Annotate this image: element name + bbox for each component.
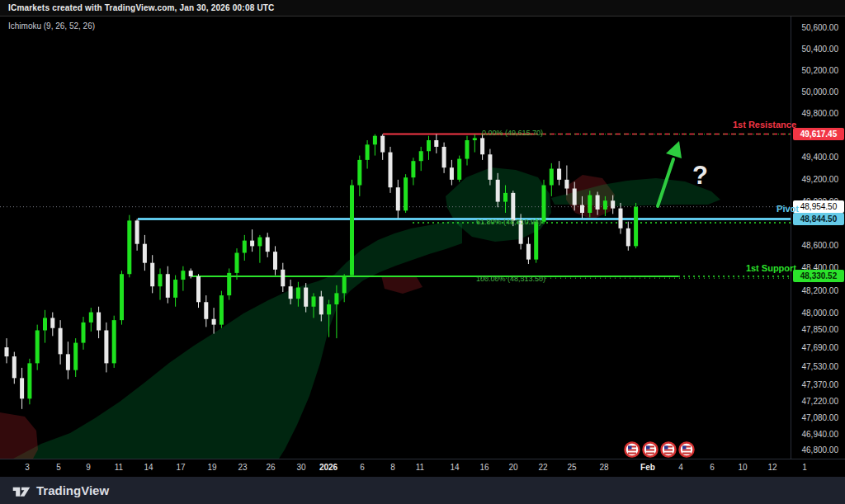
trend-arrow-head[interactable] bbox=[666, 141, 682, 158]
flag-canton bbox=[628, 446, 632, 450]
candle-body bbox=[526, 244, 531, 260]
fib-100-label[interactable]: 100.00% (48,313.50) bbox=[476, 275, 545, 283]
price-axis[interactable]: 49,617.45 48,954.50 48,844.50 48,330.52 … bbox=[791, 16, 845, 459]
tradingview-logo-icon[interactable] bbox=[12, 483, 31, 499]
current-price-badge: 48,954.50 bbox=[793, 200, 844, 213]
candle-body bbox=[5, 347, 9, 356]
time-tick: Feb bbox=[640, 463, 655, 472]
pivot-label[interactable]: Pivot bbox=[777, 204, 799, 214]
candle-body bbox=[357, 160, 361, 186]
time-tick: 11 bbox=[416, 463, 424, 472]
support-price-badge: 48,330.52 bbox=[793, 270, 844, 282]
candle-body bbox=[266, 238, 270, 252]
time-tick: 25 bbox=[567, 463, 576, 472]
us-flag-event-icon[interactable] bbox=[662, 443, 676, 457]
price-tick: 48,200.00 bbox=[792, 286, 838, 296]
candle-body bbox=[304, 288, 308, 307]
candle-body bbox=[380, 136, 385, 153]
candle-body bbox=[488, 154, 492, 180]
candle-body bbox=[189, 271, 193, 276]
candle-body bbox=[227, 273, 231, 295]
candles bbox=[5, 134, 639, 409]
time-tick: 5 bbox=[56, 463, 61, 472]
time-tick: 14 bbox=[450, 463, 459, 472]
time-tick: 20 bbox=[508, 463, 517, 472]
candle-body bbox=[450, 167, 454, 180]
resistance-label[interactable]: 1st Resistance bbox=[733, 120, 796, 130]
candle-body bbox=[127, 220, 131, 274]
candle-body bbox=[389, 153, 393, 188]
candle-body bbox=[158, 274, 163, 286]
indicator-legend[interactable]: Ichimoku (9, 26, 52, 26) bbox=[8, 21, 95, 31]
flag-stripe bbox=[646, 453, 654, 455]
candle-body bbox=[427, 140, 431, 151]
price-tick: 50,600.00 bbox=[792, 23, 838, 33]
flag-canton bbox=[646, 446, 650, 450]
price-tick: 46,800.00 bbox=[792, 445, 838, 455]
candle-body bbox=[626, 228, 630, 247]
time-tick: 4 bbox=[678, 463, 683, 472]
flag-stripe bbox=[664, 453, 673, 455]
candlestick-chart-canvas[interactable] bbox=[0, 0, 845, 504]
time-tick: 26 bbox=[266, 463, 275, 472]
candle-body bbox=[366, 144, 370, 160]
time-tick: 3 bbox=[25, 463, 30, 472]
candle-body bbox=[596, 195, 600, 210]
candle-body bbox=[212, 319, 216, 325]
time-tick: 16 bbox=[479, 463, 489, 472]
candle-body bbox=[59, 328, 63, 355]
candle-body bbox=[457, 159, 461, 180]
candle-body bbox=[573, 189, 577, 205]
candle-body bbox=[619, 209, 623, 228]
candle-body bbox=[503, 193, 507, 202]
candle-body bbox=[296, 288, 300, 299]
time-tick: 8 bbox=[390, 463, 395, 472]
time-tick: 6 bbox=[710, 463, 715, 472]
candle-body bbox=[550, 169, 554, 186]
candle-body bbox=[611, 200, 615, 208]
price-tick: 46,940.00 bbox=[792, 430, 838, 440]
candle-body bbox=[35, 330, 40, 363]
support-label[interactable]: 1st Support bbox=[746, 263, 796, 273]
fib-0-label[interactable]: 0.00% (49,615.70) bbox=[482, 129, 543, 137]
tradingview-wordmark[interactable]: TradingView bbox=[36, 483, 109, 497]
candle-body bbox=[511, 193, 515, 221]
candle-body bbox=[334, 293, 338, 304]
candle-body bbox=[173, 280, 177, 298]
time-tick: 2026 bbox=[319, 463, 338, 472]
candle-body bbox=[480, 138, 484, 154]
time-axis[interactable]: 3591114171923263020266811141620222528Feb… bbox=[0, 459, 845, 477]
flag-stripe bbox=[682, 450, 691, 451]
flag-stripe bbox=[664, 450, 673, 451]
question-mark-annotation[interactable]: ? bbox=[692, 161, 708, 191]
candle-body bbox=[27, 363, 31, 398]
candle-body bbox=[404, 177, 408, 210]
us-flag-event-icon[interactable] bbox=[680, 443, 694, 457]
cloud-red-region bbox=[381, 276, 422, 294]
candle-body bbox=[634, 207, 638, 247]
candle-body bbox=[243, 241, 247, 253]
economic-event-icons[interactable] bbox=[625, 443, 694, 457]
flag-canton bbox=[664, 446, 668, 450]
footer-bar: TradingView bbox=[0, 477, 845, 504]
us-flag-event-icon[interactable] bbox=[644, 443, 658, 457]
fib-618-label[interactable]: 61.80% (48,810.94) bbox=[476, 218, 541, 226]
candle-body bbox=[120, 274, 124, 320]
candle-body bbox=[580, 205, 584, 213]
candle-body bbox=[564, 180, 569, 189]
candle-body bbox=[43, 318, 47, 330]
time-tick: 11 bbox=[115, 463, 123, 472]
candle-body bbox=[411, 161, 415, 177]
us-flag-event-icon[interactable] bbox=[625, 443, 640, 457]
candle-body bbox=[350, 186, 354, 276]
price-tick: 47,530.00 bbox=[792, 362, 838, 372]
candle-body bbox=[396, 187, 400, 210]
flag-canton bbox=[682, 446, 687, 450]
time-tick: 28 bbox=[599, 463, 608, 472]
candle-body bbox=[204, 302, 208, 319]
candle-body bbox=[104, 330, 108, 363]
time-tick: 9 bbox=[86, 463, 91, 472]
price-tick: 47,690.00 bbox=[792, 343, 838, 353]
time-tick: 17 bbox=[176, 463, 185, 472]
candle-body bbox=[327, 304, 331, 314]
